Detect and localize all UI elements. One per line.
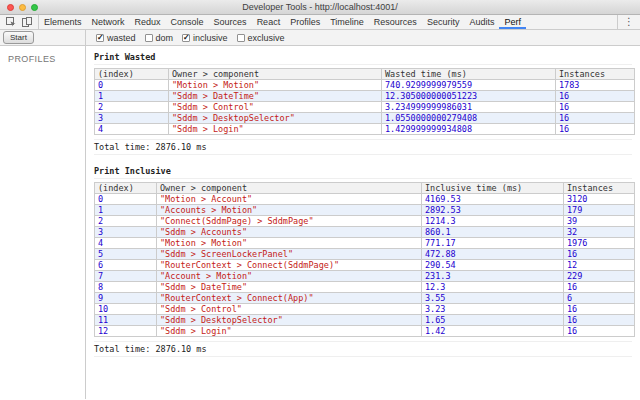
cell-index: 12 — [95, 326, 157, 337]
cell-instances: 16 — [556, 91, 635, 102]
close-button[interactable] — [7, 4, 14, 11]
checkbox-label-inclusive: inclusive — [193, 33, 228, 43]
cell-index: 0 — [95, 194, 157, 205]
checkbox-label-wasted: wasted — [107, 33, 136, 43]
cell-instances: 6 — [564, 293, 635, 304]
cell-owner-component: "Motion > Motion" — [157, 238, 422, 249]
column-header[interactable]: Owner > component — [157, 183, 422, 194]
table-row: 4"Sddm > Login"1.42999999993480816 — [95, 124, 635, 135]
table-row: 12"Sddm > Login"1.4216 — [95, 326, 635, 337]
cell-owner-component: "Sddm > DateTime" — [157, 282, 422, 293]
cell-index: 1 — [95, 91, 169, 102]
cell-time: 1.429999999934808 — [382, 124, 556, 135]
column-header[interactable]: (index) — [95, 183, 157, 194]
column-header[interactable]: Inclusive time (ms) — [422, 183, 564, 194]
start-button[interactable]: Start — [3, 31, 34, 44]
cell-owner-component: "Sddm > Login" — [157, 326, 422, 337]
console-entry-wasted-title: Print Wasted — [94, 50, 632, 65]
tab-network[interactable]: Network — [87, 15, 130, 29]
cell-time: 2892.53 — [422, 205, 564, 216]
checkbox-exclusive[interactable]: exclusive — [237, 33, 285, 43]
wasted-table[interactable]: (index)Owner > componentWasted time (ms)… — [94, 68, 635, 135]
checkbox-label-exclusive: exclusive — [248, 33, 285, 43]
tab-perf[interactable]: Perf — [499, 15, 526, 29]
cell-owner-component: "Sddm > DateTime" — [169, 91, 382, 102]
tab-console[interactable]: Console — [166, 15, 209, 29]
column-header[interactable]: Wasted time (ms) — [382, 69, 556, 80]
more-options-icon[interactable]: ⋮ — [624, 17, 634, 27]
checkbox-box-exclusive[interactable] — [237, 34, 245, 42]
tab-resources[interactable]: Resources — [369, 15, 422, 29]
tab-profiles[interactable]: Profiles — [285, 15, 325, 29]
cell-time: 4169.53 — [422, 194, 564, 205]
checkbox-dom[interactable]: dom — [145, 33, 174, 43]
cell-instances: 16 — [564, 326, 635, 337]
checkbox-box-wasted[interactable] — [96, 34, 104, 42]
cell-time: 740.9299999979559 — [382, 80, 556, 91]
cell-time: 290.54 — [422, 260, 564, 271]
cell-owner-component: "Sddm > Login" — [169, 124, 382, 135]
cell-time: 12.305000000051223 — [382, 91, 556, 102]
tab-redux[interactable]: Redux — [130, 15, 166, 29]
cell-index: 1 — [95, 205, 157, 216]
cell-index: 3 — [95, 113, 169, 124]
checkbox-box-inclusive[interactable] — [182, 34, 190, 42]
table-row: 3"Sddm > DesktopSelector"1.0550000000279… — [95, 113, 635, 124]
cell-instances: 32 — [564, 227, 635, 238]
cell-owner-component: "Account > Motion" — [157, 271, 422, 282]
cell-instances: 179 — [564, 205, 635, 216]
cell-time: 3.23 — [422, 304, 564, 315]
table-row: 6"RouterContext > Connect(SddmPage)"290.… — [95, 260, 635, 271]
table-row: 4"Motion > Motion"771.171976 — [95, 238, 635, 249]
cell-time: 3.55 — [422, 293, 564, 304]
cell-owner-component: "Sddm > DesktopSelector" — [169, 113, 382, 124]
tab-security[interactable]: Security — [422, 15, 465, 29]
cell-time: 771.17 — [422, 238, 564, 249]
console-output[interactable]: Print Wasted (index)Owner > componentWas… — [86, 46, 640, 399]
tab-audits[interactable]: Audits — [464, 15, 499, 29]
column-header[interactable]: Instances — [556, 69, 635, 80]
cell-instances: 16 — [556, 102, 635, 113]
table-row: 8"Sddm > DateTime"12.316 — [95, 282, 635, 293]
table-row: 1"Sddm > DateTime"12.30500000005122316 — [95, 91, 635, 102]
inspect-element-icon[interactable] — [6, 17, 16, 27]
sidebar-heading: PROFILES — [8, 54, 85, 64]
table-row: 1"Accounts > Motion"2892.53179 — [95, 205, 635, 216]
inclusive-table-header: (index)Owner > componentInclusive time (… — [95, 183, 635, 194]
tab-sources[interactable]: Sources — [209, 15, 252, 29]
minimize-button[interactable] — [19, 4, 26, 11]
wasted-table-header: (index)Owner > componentWasted time (ms)… — [95, 69, 635, 80]
inclusive-total: Total time: 2876.10 ms — [94, 344, 207, 354]
cell-index: 0 — [95, 80, 169, 91]
inclusive-table-body: 0"Motion > Account"4169.5331201"Accounts… — [95, 194, 635, 337]
device-toolbar-icon[interactable] — [22, 17, 32, 27]
cell-instances: 16 — [564, 282, 635, 293]
column-header[interactable]: (index) — [95, 69, 169, 80]
cell-time: 860.1 — [422, 227, 564, 238]
cell-owner-component: "Sddm > ScreenLockerPanel" — [157, 249, 422, 260]
tabbar-right: ⋮ — [617, 15, 640, 29]
cell-index: 7 — [95, 271, 157, 282]
tab-react[interactable]: React — [252, 15, 286, 29]
cell-instances: 1976 — [564, 238, 635, 249]
cell-time: 12.3 — [422, 282, 564, 293]
table-row: 10"Sddm > Control"3.2316 — [95, 304, 635, 315]
toolbar-left: Start — [0, 30, 86, 45]
cell-owner-component: "Sddm > DesktopSelector" — [157, 315, 422, 326]
cell-owner-component: "Sddm > Accounts" — [157, 227, 422, 238]
zoom-button[interactable] — [31, 4, 38, 11]
column-header[interactable]: Owner > component — [169, 69, 382, 80]
checkbox-box-dom[interactable] — [145, 34, 153, 42]
cell-index: 8 — [95, 282, 157, 293]
wasted-table-body: 0"Motion > Motion"740.929999997955917831… — [95, 80, 635, 135]
tab-elements[interactable]: Elements — [39, 15, 87, 29]
column-header[interactable]: Instances — [564, 183, 635, 194]
cell-index: 2 — [95, 216, 157, 227]
checkbox-wasted[interactable]: wasted — [96, 33, 136, 43]
inclusive-table[interactable]: (index)Owner > componentInclusive time (… — [94, 182, 635, 337]
cell-time: 3.234999999986031 — [382, 102, 556, 113]
table-row: 2"Connect(SddmPage) > SddmPage"1214.339 — [95, 216, 635, 227]
tab-timeline[interactable]: Timeline — [325, 15, 369, 29]
checkbox-inclusive[interactable]: inclusive — [182, 33, 228, 43]
cell-index: 5 — [95, 249, 157, 260]
